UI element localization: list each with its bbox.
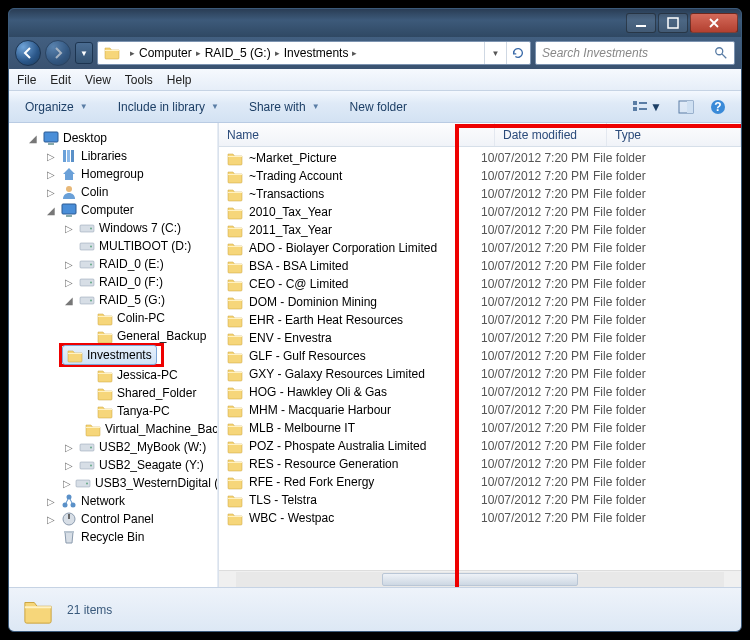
tree-drive-c[interactable]: ▷Windows 7 (C:): [9, 219, 218, 237]
file-name: MHM - Macquarie Harbour: [249, 403, 391, 417]
tree-control-panel[interactable]: ▷Control Panel: [9, 510, 218, 528]
svg-rect-18: [668, 18, 678, 28]
preview-pane-button[interactable]: [673, 97, 699, 117]
help-button[interactable]: [705, 96, 731, 118]
file-type: File folder: [593, 421, 646, 435]
file-name: 2011_Tax_Year: [249, 223, 332, 237]
tree-computer[interactable]: ◢Computer: [9, 201, 218, 219]
new-folder-button[interactable]: New folder: [344, 97, 413, 117]
tree-drive-g[interactable]: ◢RAID_5 (G:): [9, 291, 218, 309]
file-row[interactable]: HOG - Hawkley Oli & Gas10/07/2012 7:20 P…: [219, 383, 741, 401]
search-placeholder: Search Investments: [542, 46, 648, 60]
menu-view[interactable]: View: [85, 73, 111, 87]
file-row[interactable]: 2010_Tax_Year10/07/2012 7:20 PMFile fold…: [219, 203, 741, 221]
file-name: TLS - Telstra: [249, 493, 317, 507]
back-button[interactable]: [15, 40, 41, 66]
file-type: File folder: [593, 367, 646, 381]
file-row[interactable]: RES - Resource Generation10/07/2012 7:20…: [219, 455, 741, 473]
tree-g-jessica[interactable]: Jessica-PC: [9, 366, 218, 384]
menu-tools[interactable]: Tools: [125, 73, 153, 87]
tree-user[interactable]: ▷Colin: [9, 183, 218, 201]
file-row[interactable]: 2011_Tax_Year10/07/2012 7:20 PMFile fold…: [219, 221, 741, 239]
file-row[interactable]: ~Trading Account10/07/2012 7:20 PMFile f…: [219, 167, 741, 185]
file-row[interactable]: GLF - Gulf Resources10/07/2012 7:20 PMFi…: [219, 347, 741, 365]
tree-g-investments[interactable]: Investments: [62, 345, 157, 365]
file-type: File folder: [593, 349, 646, 363]
folder-icon: [227, 294, 243, 310]
tree-g-tanya[interactable]: Tanya-PC: [9, 402, 218, 420]
refresh-button[interactable]: [506, 42, 528, 64]
crumb-drive[interactable]: RAID_5 (G:)▸: [203, 42, 282, 64]
explorer-window: ▼ ▸ Computer▸ RAID_5 (G:)▸ Investments▸ …: [8, 8, 742, 632]
address-bar[interactable]: ▸ Computer▸ RAID_5 (G:)▸ Investments▸ ▼: [97, 41, 531, 65]
nav-tree[interactable]: ◢Desktop ▷Libraries ▷Homegroup ▷Colin ◢C…: [9, 123, 219, 587]
file-row[interactable]: GXY - Galaxy Resources Limited10/07/2012…: [219, 365, 741, 383]
tree-drive-d[interactable]: ▷MULTIBOOT (D:): [9, 237, 218, 255]
file-rows[interactable]: ~Market_Picture10/07/2012 7:20 PMFile fo…: [219, 147, 741, 570]
search-box[interactable]: Search Investments: [535, 41, 735, 65]
tree-drive-z[interactable]: ▷USB3_WesternDigital (Z:): [9, 474, 218, 492]
menu-help[interactable]: Help: [167, 73, 192, 87]
history-dropdown[interactable]: ▼: [75, 42, 93, 64]
crumb-root[interactable]: ▸: [124, 42, 137, 64]
file-row[interactable]: ~Market_Picture10/07/2012 7:20 PMFile fo…: [219, 149, 741, 167]
highlight-annotation-tree: Investments: [59, 343, 164, 367]
file-type: File folder: [593, 493, 646, 507]
file-row[interactable]: ADO - Biolayer Corporation Limited10/07/…: [219, 239, 741, 257]
tree-g-vm[interactable]: Virtual_Machine_Backups: [9, 420, 218, 438]
tree-g-colinpc[interactable]: Colin-PC: [9, 309, 218, 327]
menu-file[interactable]: File: [17, 73, 36, 87]
tree-recycle-bin[interactable]: Recycle Bin: [9, 528, 218, 546]
file-row[interactable]: POZ - Phospate Australia Limited10/07/20…: [219, 437, 741, 455]
crumb-folder[interactable]: Investments▸: [282, 42, 360, 64]
file-row[interactable]: RFE - Red Fork Energy10/07/2012 7:20 PMF…: [219, 473, 741, 491]
forward-button[interactable]: [45, 40, 71, 66]
file-row[interactable]: TLS - Telstra10/07/2012 7:20 PMFile fold…: [219, 491, 741, 509]
col-name[interactable]: Name: [219, 123, 495, 146]
address-dropdown[interactable]: ▼: [484, 42, 506, 64]
file-name: DOM - Dominion Mining: [249, 295, 377, 309]
file-row[interactable]: MLB - Melbourne IT10/07/2012 7:20 PMFile…: [219, 419, 741, 437]
tree-g-shared[interactable]: Shared_Folder: [9, 384, 218, 402]
file-row[interactable]: EHR - Earth Heat Resources10/07/2012 7:2…: [219, 311, 741, 329]
titlebar[interactable]: [9, 9, 741, 37]
folder-icon: [227, 222, 243, 238]
tree-libraries[interactable]: ▷Libraries: [9, 147, 218, 165]
crumb-computer[interactable]: Computer▸: [137, 42, 203, 64]
folder-icon: [227, 492, 243, 508]
include-library-button[interactable]: Include in library▼: [112, 97, 225, 117]
tree-drive-w[interactable]: ▷USB2_MyBook (W:): [9, 438, 218, 456]
file-type: File folder: [593, 331, 646, 345]
tree-drive-f[interactable]: ▷RAID_0 (F:): [9, 273, 218, 291]
file-row[interactable]: ~Transactions10/07/2012 7:20 PMFile fold…: [219, 185, 741, 203]
close-button[interactable]: [690, 13, 738, 33]
view-mode-button[interactable]: ▼: [627, 97, 667, 117]
tree-drive-e[interactable]: ▷RAID_0 (E:): [9, 255, 218, 273]
share-with-button[interactable]: Share with▼: [243, 97, 326, 117]
file-date: 10/07/2012 7:20 PM: [481, 475, 593, 489]
tree-homegroup[interactable]: ▷Homegroup: [9, 165, 218, 183]
maximize-button[interactable]: [658, 13, 688, 33]
tree-drive-y[interactable]: ▷USB2_Seagate (Y:): [9, 456, 218, 474]
horizontal-scrollbar[interactable]: [219, 570, 741, 587]
file-row[interactable]: ENV - Envestra10/07/2012 7:20 PMFile fol…: [219, 329, 741, 347]
column-headers[interactable]: Name Date modified Type: [219, 123, 741, 147]
col-type[interactable]: Type: [607, 123, 741, 146]
minimize-button[interactable]: [626, 13, 656, 33]
file-row[interactable]: MHM - Macquarie Harbour10/07/2012 7:20 P…: [219, 401, 741, 419]
file-row[interactable]: CEO - C@ Limited10/07/2012 7:20 PMFile f…: [219, 275, 741, 293]
file-row[interactable]: WBC - Westpac10/07/2012 7:20 PMFile fold…: [219, 509, 741, 527]
file-date: 10/07/2012 7:20 PM: [481, 349, 593, 363]
folder-icon: [227, 420, 243, 436]
organize-button[interactable]: Organize▼: [19, 97, 94, 117]
file-date: 10/07/2012 7:20 PM: [481, 511, 593, 525]
file-date: 10/07/2012 7:20 PM: [481, 241, 593, 255]
tree-network[interactable]: ▷Network: [9, 492, 218, 510]
file-name: GXY - Galaxy Resources Limited: [249, 367, 425, 381]
menu-edit[interactable]: Edit: [50, 73, 71, 87]
file-row[interactable]: DOM - Dominion Mining10/07/2012 7:20 PMF…: [219, 293, 741, 311]
file-row[interactable]: BSA - BSA Limited10/07/2012 7:20 PMFile …: [219, 257, 741, 275]
tree-desktop[interactable]: ◢Desktop: [9, 129, 218, 147]
col-date[interactable]: Date modified: [495, 123, 607, 146]
file-name: HOG - Hawkley Oli & Gas: [249, 385, 387, 399]
